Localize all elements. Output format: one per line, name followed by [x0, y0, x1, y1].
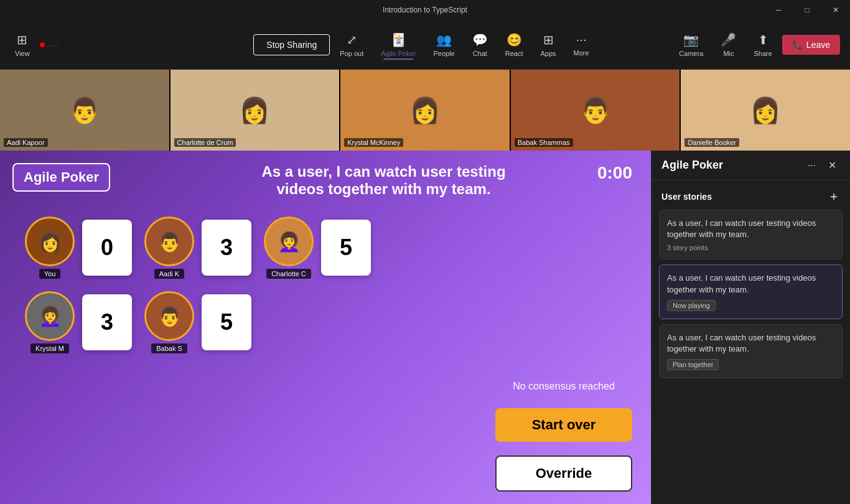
- react-icon: 😊: [507, 32, 522, 47]
- avatar-you: 👩 You: [25, 217, 75, 279]
- video-tile-4[interactable]: 👩 Danielle Booker: [681, 70, 850, 151]
- score-charlotte: 5: [321, 220, 371, 276]
- pop-out-icon: ⤢: [347, 32, 357, 47]
- camera-icon: 📷: [683, 32, 699, 47]
- player-name-you: You: [39, 269, 61, 279]
- more-button[interactable]: ··· More: [566, 30, 597, 59]
- close-button[interactable]: ✕: [821, 0, 850, 20]
- player-charlotte: 👩‍🦱 Charlotte C 5: [264, 217, 371, 279]
- leave-label: Leave: [806, 40, 830, 50]
- agile-poker-button[interactable]: 🃏 Agile Poker: [373, 30, 423, 60]
- chat-button[interactable]: 💬 Chat: [465, 30, 495, 60]
- phone-icon: 📞: [792, 40, 803, 50]
- score-aadi: 3: [202, 220, 251, 276]
- window-controls: ─ □ ✕: [764, 0, 850, 20]
- share-label: Share: [754, 50, 772, 57]
- mic-icon: 🎤: [721, 32, 736, 47]
- participant-name-1: Charlotte de Crum: [174, 138, 236, 147]
- bottom-area: No consensus reached Start over Override: [495, 381, 632, 492]
- toolbar-left: ⊞ View --:--: [10, 30, 58, 60]
- agile-poker-badge: Agile Poker: [12, 163, 110, 192]
- toolbar-right: 📷 Camera 🎤 Mic ⬆ Share 📞 Leave: [671, 30, 840, 60]
- plan-together-tag: Plan together: [667, 359, 719, 370]
- people-icon: 👥: [436, 32, 452, 47]
- people-button[interactable]: 👥 People: [426, 30, 462, 60]
- toolbar-center: Stop Sharing ⤢ Pop out 🃏 Agile Poker 👥 P…: [253, 30, 596, 60]
- video-tile-2[interactable]: 👩 Krystal McKinney: [340, 70, 510, 151]
- video-strip: 👨 Aadi Kapoor 👩 Charlotte de Crum 👩 Krys…: [0, 70, 850, 151]
- avatar-circle-babak: 👨: [144, 291, 194, 341]
- participant-name-0: Aadi Kapoor: [4, 138, 48, 147]
- story-points-0: 3 story points: [667, 244, 834, 251]
- add-story-button[interactable]: ＋: [828, 188, 840, 205]
- camera-label: Camera: [679, 50, 703, 57]
- participant-name-4: Danielle Booker: [684, 138, 739, 147]
- pop-out-label: Pop out: [340, 50, 363, 57]
- player-babak: 👨 Babak S 5: [144, 291, 251, 353]
- pop-out-button[interactable]: ⤢ Pop out: [332, 30, 371, 60]
- player-name-krystal: Krystal M: [30, 343, 69, 353]
- now-playing-tag: Now playing: [667, 300, 716, 311]
- story-title: As a user, I can watch user testingvideo…: [261, 163, 505, 198]
- agile-poker-label: Agile Poker: [381, 50, 416, 57]
- minimize-button[interactable]: ─: [764, 0, 793, 20]
- story-card-0[interactable]: As a user, I can watch user testing vide…: [659, 210, 843, 259]
- video-tile-0[interactable]: 👨 Aadi Kapoor: [0, 70, 169, 151]
- agile-poker-icon: 🃏: [391, 32, 406, 47]
- video-tile-1[interactable]: 👩 Charlotte de Crum: [170, 70, 340, 151]
- players-row-1: 👩 You 0 👨 Aadi K 3 👩‍🦱 Charlotte C: [12, 217, 638, 279]
- game-area: Agile Poker As a user, I can watch user …: [0, 151, 651, 504]
- player-name-charlotte: Charlotte C: [266, 269, 311, 279]
- score-krystal: 3: [82, 294, 132, 350]
- story-text-2: As a user, I can watch user testing vide…: [667, 332, 834, 355]
- participant-name-3: Babak Shammas: [515, 138, 573, 147]
- avatar-circle-charlotte: 👩‍🦱: [264, 217, 314, 266]
- avatar-babak: 👨 Babak S: [144, 291, 194, 353]
- story-card-2[interactable]: As a user, I can watch user testing vide…: [659, 324, 843, 378]
- mic-button[interactable]: 🎤 Mic: [713, 30, 744, 60]
- leave-button[interactable]: 📞 Leave: [782, 35, 840, 55]
- title-bar: Introduction to TypeScript ─ □ ✕: [0, 0, 850, 20]
- view-label: View: [15, 50, 30, 57]
- react-label: React: [505, 50, 523, 57]
- participant-name-2: Krystal McKinney: [344, 138, 403, 147]
- player-aadi: 👨 Aadi K 3: [144, 217, 251, 279]
- player-krystal: 👩‍🦱 Krystal M 3: [25, 291, 132, 353]
- avatar-circle-you: 👩: [25, 217, 75, 266]
- view-button[interactable]: ⊞ View: [10, 30, 35, 60]
- apps-icon: ⊞: [543, 32, 554, 47]
- story-text-1: As a user, I can watch user testing vide…: [667, 273, 834, 295]
- react-button[interactable]: 😊 React: [498, 30, 531, 60]
- more-icon: ···: [576, 32, 587, 47]
- toolbar: ⊞ View --:-- Stop Sharing ⤢ Pop out 🃏 Ag…: [0, 20, 850, 70]
- user-stories-title: User stories: [661, 192, 712, 202]
- apps-button[interactable]: ⊞ Apps: [533, 30, 564, 60]
- avatar-krystal: 👩‍🦱 Krystal M: [25, 291, 75, 353]
- right-panel: Agile Poker ··· ✕ User stories ＋ As a us…: [651, 151, 850, 504]
- override-button[interactable]: Override: [495, 455, 632, 492]
- start-over-button[interactable]: Start over: [495, 408, 632, 442]
- avatar-circle-krystal: 👩‍🦱: [25, 291, 75, 341]
- story-card-1[interactable]: As a user, I can watch user testing vide…: [659, 264, 843, 319]
- stop-sharing-button[interactable]: Stop Sharing: [253, 34, 330, 55]
- panel-close-button[interactable]: ✕: [824, 158, 840, 172]
- window-title: Introduction to TypeScript: [383, 6, 467, 14]
- grid-icon: ⊞: [17, 32, 27, 47]
- maximize-button[interactable]: □: [793, 0, 821, 20]
- avatar-charlotte: 👩‍🦱 Charlotte C: [264, 217, 314, 279]
- share-button[interactable]: ⬆ Share: [746, 30, 779, 60]
- user-stories-header: User stories ＋: [652, 180, 850, 210]
- game-timer: 0:00: [597, 163, 632, 183]
- apps-label: Apps: [541, 50, 556, 57]
- chat-icon: 💬: [472, 32, 488, 47]
- player-name-babak: Babak S: [151, 343, 187, 353]
- video-tile-3[interactable]: 👨 Babak Shammas: [511, 70, 680, 151]
- player-name-aadi: Aadi K: [154, 269, 184, 279]
- people-label: People: [433, 50, 454, 57]
- avatar-aadi: 👨 Aadi K: [144, 217, 194, 279]
- panel-more-button[interactable]: ···: [804, 159, 820, 172]
- players-row-2: 👩‍🦱 Krystal M 3 👨 Babak S 5: [12, 291, 638, 353]
- score-you: 0: [82, 220, 132, 276]
- camera-button[interactable]: 📷 Camera: [671, 30, 711, 60]
- panel-header: Agile Poker ··· ✕: [652, 151, 850, 180]
